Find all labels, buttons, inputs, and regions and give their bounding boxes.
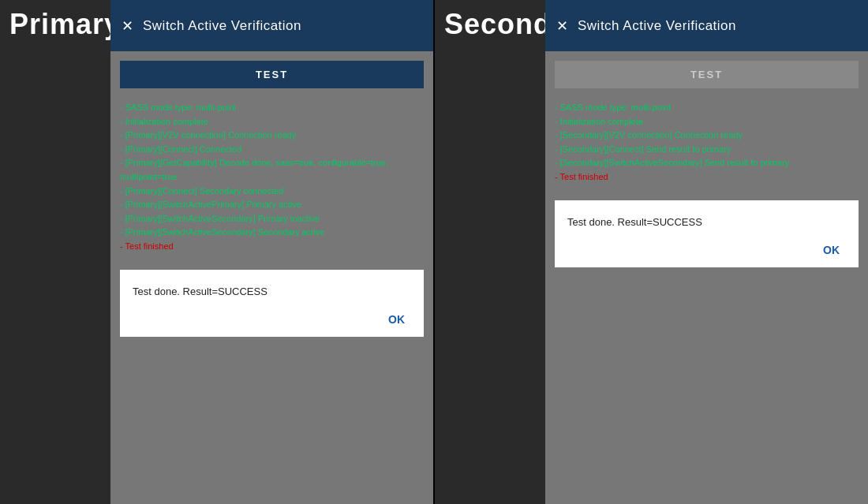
primary-log-area: - SASS mode type: multi-point- Initializ… <box>120 98 424 257</box>
secondary-header-title: Switch Active Verification <box>578 18 736 34</box>
log-line: - [Primary][SwitchActivePrimary] Primary… <box>120 198 424 212</box>
secondary-dialog-message: Test done. Result=SUCCESS <box>567 216 846 228</box>
secondary-header: ✕ Switch Active Verification <box>545 0 868 51</box>
primary-dialog: Test done. Result=SUCCESS OK <box>120 270 424 337</box>
secondary-phone: ✕ Switch Active Verification TEST - SASS… <box>545 0 868 504</box>
secondary-test-button[interactable]: TEST <box>555 61 859 88</box>
primary-label: Primary <box>0 0 110 504</box>
log-line: - [Primary][V2V connection] Connection r… <box>120 129 424 143</box>
primary-header-title: Switch Active Verification <box>143 18 301 34</box>
primary-phone: ✕ Switch Active Verification TEST - SASS… <box>110 0 433 504</box>
primary-test-button[interactable]: TEST <box>120 61 424 88</box>
log-line: - Initialization complete <box>555 115 859 129</box>
log-line: - [Primary][SwitchActiveSecondary] Prima… <box>120 212 424 226</box>
log-line: - [Secondary][Connect] Send result to pr… <box>555 143 859 157</box>
primary-ok-button[interactable]: OK <box>382 310 411 329</box>
log-line: - [Primary][GetCapability] Decode done, … <box>120 156 424 184</box>
primary-content: TEST - SASS mode type: multi-point- Init… <box>110 51 433 504</box>
secondary-panel: Secondary ✕ Switch Active Verification T… <box>435 0 868 504</box>
secondary-log-area: - SASS mode type: multi-point- Initializ… <box>555 98 859 188</box>
secondary-close-icon[interactable]: ✕ <box>556 19 568 33</box>
log-line: - [Primary][Connect] Connected <box>120 143 424 157</box>
secondary-label: Secondary <box>435 0 545 504</box>
log-line: - [Primary][Connect] Secondary connected <box>120 185 424 199</box>
secondary-dialog: Test done. Result=SUCCESS OK <box>555 200 859 267</box>
log-line: - [Secondary][SwitchActiveSecondary] Sen… <box>555 156 859 170</box>
log-line: - SASS mode type: multi-point <box>120 101 424 115</box>
primary-dialog-message: Test done. Result=SUCCESS <box>133 286 411 297</box>
primary-label-text: Primary <box>9 8 121 41</box>
log-line: - [Primary][SwitchActiveSecondary] Secon… <box>120 226 424 240</box>
secondary-ok-button[interactable]: OK <box>817 241 846 259</box>
secondary-content: TEST - SASS mode type: multi-point- Init… <box>545 51 868 504</box>
secondary-dialog-actions: OK <box>567 241 846 259</box>
log-line: - Test finished <box>120 240 424 254</box>
log-line: - [Secondary][V2V connection] Connection… <box>555 129 859 143</box>
log-line: - Initialization complete <box>120 115 424 129</box>
primary-close-icon[interactable]: ✕ <box>122 19 133 33</box>
primary-header: ✕ Switch Active Verification <box>110 0 433 51</box>
log-line: - SASS mode type: multi-point <box>555 101 859 115</box>
primary-panel: Primary ✕ Switch Active Verification TES… <box>0 0 433 504</box>
primary-dialog-actions: OK <box>133 310 411 329</box>
log-line: - Test finished <box>555 170 859 185</box>
